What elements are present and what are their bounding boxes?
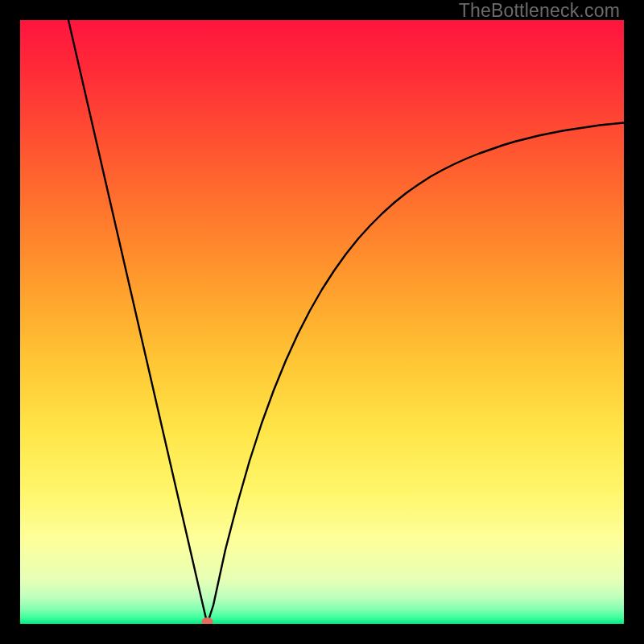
chart-background [20, 20, 624, 624]
bottleneck-chart [20, 20, 624, 624]
chart-frame [20, 20, 624, 624]
watermark-text: TheBottleneck.com [459, 0, 620, 22]
